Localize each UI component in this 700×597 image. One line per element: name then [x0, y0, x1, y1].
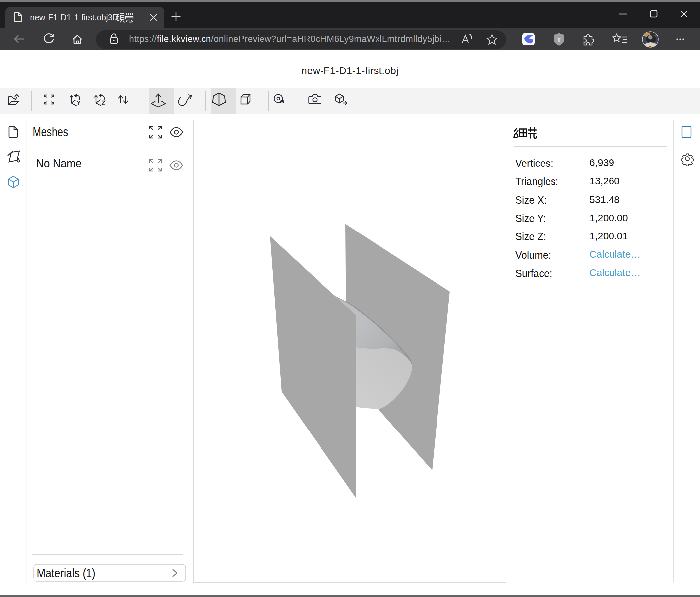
svg-text:T: T [557, 36, 561, 44]
